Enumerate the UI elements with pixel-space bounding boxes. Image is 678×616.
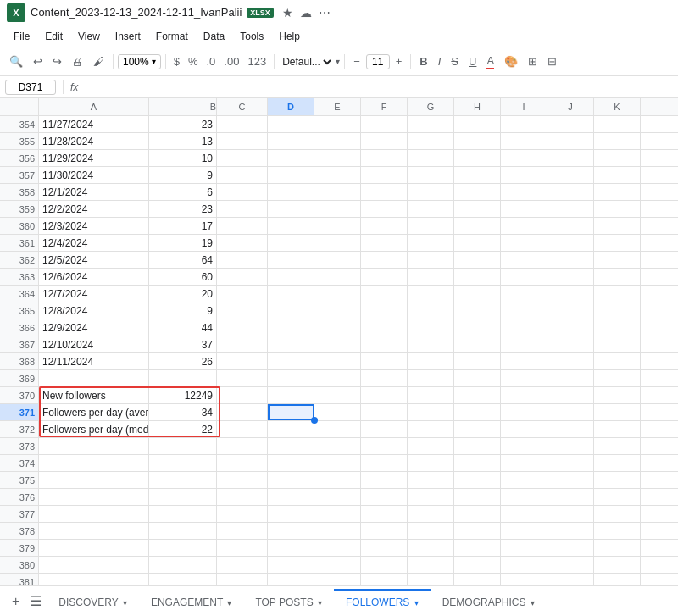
cell-a-359[interactable]: 12/2/2024 bbox=[39, 201, 149, 217]
cell-f-368[interactable] bbox=[361, 353, 408, 369]
cell-c-354[interactable] bbox=[217, 116, 268, 132]
cell-h-359[interactable] bbox=[454, 201, 501, 217]
cell-e-378[interactable] bbox=[314, 523, 361, 539]
cell-j-358[interactable] bbox=[547, 184, 594, 200]
cell-h-361[interactable] bbox=[454, 235, 501, 251]
cell-i-364[interactable] bbox=[501, 286, 547, 302]
cell-f-378[interactable] bbox=[361, 523, 408, 539]
cell-h-365[interactable] bbox=[454, 302, 501, 319]
col-header-C[interactable]: C bbox=[217, 98, 268, 115]
tab-engagement[interactable]: ENGAGEMENT ▾ bbox=[139, 589, 243, 613]
merge-button[interactable]: ⊟ bbox=[543, 53, 561, 70]
percent-button[interactable]: % bbox=[185, 53, 202, 69]
cell-j-361[interactable] bbox=[547, 235, 594, 251]
cell-f-381[interactable] bbox=[361, 574, 408, 585]
cell-j-354[interactable] bbox=[547, 116, 594, 132]
cell-j-359[interactable] bbox=[547, 201, 594, 217]
cell-c-362[interactable] bbox=[217, 252, 268, 268]
cell-f-354[interactable] bbox=[361, 116, 408, 132]
cell-i-371[interactable] bbox=[501, 404, 547, 420]
underline-button[interactable]: U bbox=[464, 53, 481, 70]
cell-h-371[interactable] bbox=[454, 404, 501, 420]
cell-b-375[interactable] bbox=[149, 472, 217, 488]
cell-b-356[interactable]: 10 bbox=[149, 150, 217, 166]
cell-i-379[interactable] bbox=[501, 540, 547, 556]
cell-g-378[interactable] bbox=[408, 523, 454, 539]
cell-d-380[interactable] bbox=[268, 557, 314, 573]
cell-d-366[interactable] bbox=[268, 319, 314, 336]
cell-d-381[interactable] bbox=[268, 574, 314, 585]
tab-discovery[interactable]: DISCOVERY ▾ bbox=[47, 589, 139, 613]
cell-j-377[interactable] bbox=[547, 506, 594, 522]
cell-j-379[interactable] bbox=[547, 540, 594, 556]
cell-d-369[interactable] bbox=[268, 370, 314, 386]
cell-d-358[interactable] bbox=[268, 184, 314, 200]
cell-e-372[interactable] bbox=[314, 421, 361, 437]
cell-a-356[interactable]: 11/29/2024 bbox=[39, 150, 149, 166]
num123-button[interactable]: 123 bbox=[244, 53, 270, 69]
cell-i-373[interactable] bbox=[501, 438, 547, 454]
cell-a-361[interactable]: 12/4/2024 bbox=[39, 235, 149, 251]
cell-j-364[interactable] bbox=[547, 286, 594, 302]
cell-d-362[interactable] bbox=[268, 252, 314, 268]
cell-j-362[interactable] bbox=[547, 252, 594, 268]
cell-f-361[interactable] bbox=[361, 235, 408, 251]
cell-a-378[interactable] bbox=[39, 523, 149, 539]
cell-a-380[interactable] bbox=[39, 557, 149, 573]
cell-a-373[interactable] bbox=[39, 438, 149, 454]
cell-k-358[interactable] bbox=[594, 184, 641, 200]
cell-f-355[interactable] bbox=[361, 133, 408, 149]
cell-f-374[interactable] bbox=[361, 455, 408, 471]
cell-j-368[interactable] bbox=[547, 353, 594, 369]
cell-j-381[interactable] bbox=[547, 574, 594, 585]
cell-g-359[interactable] bbox=[408, 201, 454, 217]
more-icon[interactable]: ⋯ bbox=[319, 6, 331, 19]
cell-f-375[interactable] bbox=[361, 472, 408, 488]
menu-view[interactable]: View bbox=[71, 29, 107, 44]
cell-g-372[interactable] bbox=[408, 421, 454, 437]
cell-c-380[interactable] bbox=[217, 557, 268, 573]
cell-g-377[interactable] bbox=[408, 506, 454, 522]
cell-e-369[interactable] bbox=[314, 370, 361, 386]
cell-g-368[interactable] bbox=[408, 353, 454, 369]
font-size-value[interactable]: 11 bbox=[366, 54, 390, 69]
cell-i-361[interactable] bbox=[501, 235, 547, 251]
cell-g-357[interactable] bbox=[408, 167, 454, 183]
cell-g-371[interactable] bbox=[408, 404, 454, 420]
cell-a-360[interactable]: 12/3/2024 bbox=[39, 218, 149, 234]
cell-k-372[interactable] bbox=[594, 421, 641, 437]
cell-a-377[interactable] bbox=[39, 506, 149, 522]
cell-a-369[interactable] bbox=[39, 370, 149, 386]
cell-d-354[interactable] bbox=[268, 116, 314, 132]
cell-b-364[interactable]: 20 bbox=[149, 286, 217, 302]
cell-g-361[interactable] bbox=[408, 235, 454, 251]
cell-c-368[interactable] bbox=[217, 353, 268, 369]
cell-g-375[interactable] bbox=[408, 472, 454, 488]
font-size-decrease[interactable]: − bbox=[349, 53, 364, 70]
cell-i-360[interactable] bbox=[501, 218, 547, 234]
cell-c-371[interactable] bbox=[217, 404, 268, 420]
col-header-A[interactable]: A bbox=[39, 98, 149, 115]
cell-g-370[interactable] bbox=[408, 387, 454, 403]
cell-f-359[interactable] bbox=[361, 201, 408, 217]
cell-b-360[interactable]: 17 bbox=[149, 218, 217, 234]
cell-b-354[interactable]: 23 bbox=[149, 116, 217, 132]
cell-c-355[interactable] bbox=[217, 133, 268, 149]
cell-j-370[interactable] bbox=[547, 387, 594, 403]
cell-j-380[interactable] bbox=[547, 557, 594, 573]
cell-d-376[interactable] bbox=[268, 489, 314, 505]
cell-i-375[interactable] bbox=[501, 472, 547, 488]
cell-f-367[interactable] bbox=[361, 336, 408, 352]
cell-a-367[interactable]: 12/10/2024 bbox=[39, 336, 149, 352]
cell-a-366[interactable]: 12/9/2024 bbox=[39, 319, 149, 336]
cell-b-367[interactable]: 37 bbox=[149, 336, 217, 352]
cell-h-357[interactable] bbox=[454, 167, 501, 183]
cell-k-371[interactable] bbox=[594, 404, 641, 420]
cell-a-358[interactable]: 12/1/2024 bbox=[39, 184, 149, 200]
cell-j-360[interactable] bbox=[547, 218, 594, 234]
cell-c-365[interactable] bbox=[217, 302, 268, 319]
cell-g-366[interactable] bbox=[408, 319, 454, 336]
cell-e-364[interactable] bbox=[314, 286, 361, 302]
cell-c-364[interactable] bbox=[217, 286, 268, 302]
cell-k-364[interactable] bbox=[594, 286, 641, 302]
